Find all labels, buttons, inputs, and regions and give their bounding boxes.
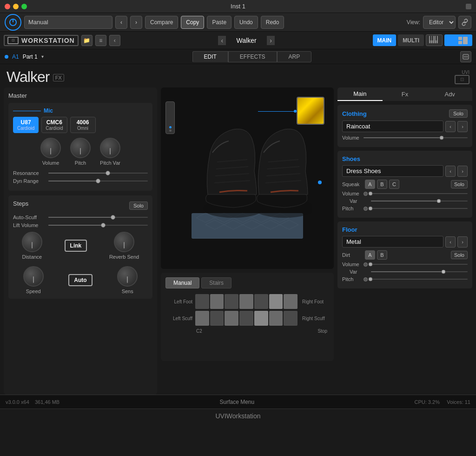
auto-scuff-slider[interactable]	[48, 217, 148, 218]
clothing-solo-button[interactable]: Solo	[449, 109, 468, 118]
view-toggle-button[interactable]	[444, 34, 472, 46]
part-arrow[interactable]: ▾	[41, 54, 44, 59]
squeak-row: Squeak A B C Solo	[342, 180, 468, 189]
piano-key-b4[interactable]	[239, 311, 253, 326]
surface-panel: Manual Stairs Left Foot Righ	[161, 273, 334, 361]
piano-key-4[interactable]	[239, 294, 253, 309]
right-scuff-label: Right Scuff	[300, 316, 329, 321]
shoes-dropdown[interactable]: Dress Shoes Sneakers Boots Heels	[342, 165, 443, 177]
link-button[interactable]: Link	[65, 240, 87, 252]
midi-button[interactable]	[460, 51, 471, 62]
preset-dropdown[interactable]: Manual	[24, 16, 112, 29]
lift-volume-slider[interactable]	[48, 225, 148, 226]
tab-fx-right[interactable]: Fx	[383, 87, 428, 101]
piano-key-b7[interactable]	[284, 311, 298, 326]
power-button[interactable]	[5, 14, 21, 31]
shoes-prev-button[interactable]: ‹	[445, 166, 456, 177]
pitch-var-knob-wrap: Pitch Var	[100, 138, 120, 166]
resonance-slider[interactable]	[48, 173, 148, 174]
steps-solo-button[interactable]: Solo	[129, 201, 148, 210]
volume-knob[interactable]	[40, 138, 61, 158]
piano-key-b5[interactable]	[254, 311, 268, 326]
folder-button[interactable]: 📁	[81, 35, 93, 46]
floor-pitch-slider[interactable]	[370, 279, 468, 280]
paste-button[interactable]: Paste	[207, 16, 231, 29]
tab-multi[interactable]: MULTI	[398, 34, 424, 46]
tab-main-right[interactable]: Main	[337, 87, 383, 101]
sens-knob[interactable]	[117, 266, 138, 287]
squeak-a-button[interactable]: A	[365, 180, 375, 189]
tab-main[interactable]: MAIN	[373, 34, 397, 46]
clothing-next-button[interactable]: ›	[457, 121, 468, 132]
clothing-prev-button[interactable]: ‹	[445, 121, 456, 132]
collapse-button[interactable]: ‹	[109, 35, 120, 46]
maximize-button[interactable]	[21, 4, 27, 9]
dirt-a-button[interactable]: A	[365, 250, 375, 260]
piano-key-2[interactable]	[210, 294, 224, 309]
mic-indicator-dot2	[169, 129, 172, 132]
speed-knob[interactable]	[23, 266, 44, 287]
tab-adv-right[interactable]: Adv	[427, 87, 472, 101]
squeak-c-button[interactable]: C	[389, 180, 399, 189]
shoes-section: Shoes Dress Shoes Sneakers Boots Heels ‹…	[337, 151, 472, 218]
forward-button[interactable]: ›	[130, 16, 142, 29]
shoes-next-button[interactable]: ›	[457, 166, 468, 177]
part-bar: A1 Part 1 ▾ EDIT EFFECTS ARP	[0, 49, 476, 64]
floor-next-button[interactable]: ›	[457, 236, 468, 248]
clothing-dropdown[interactable]: Raincoat Jacket Shirt None	[342, 121, 443, 132]
redo-button[interactable]: Redo	[261, 16, 284, 29]
tab-edit[interactable]: EDIT	[192, 51, 228, 62]
mic-cmc6[interactable]: CMC6 Cardioid	[41, 117, 67, 133]
piano-key-b2[interactable]	[210, 311, 224, 326]
pitch-knob[interactable]	[70, 138, 91, 158]
shoes-dropdown-row: Dress Shoes Sneakers Boots Heels ‹ ›	[342, 165, 468, 177]
dirt-b-button[interactable]: B	[377, 250, 387, 260]
shoe-image-area	[161, 87, 334, 269]
piano-key-b6[interactable]	[269, 311, 283, 326]
mic-u87[interactable]: U87 Cardioid	[13, 117, 39, 133]
squeak-b-button[interactable]: B	[377, 180, 387, 189]
shoes-pitch-slider[interactable]	[370, 208, 468, 209]
clothing-volume-slider[interactable]	[364, 137, 468, 138]
preset-forward-button[interactable]: ›	[267, 36, 275, 45]
shoes-solo-button[interactable]: Solo	[451, 180, 468, 188]
piano-key-5[interactable]	[254, 294, 268, 309]
floor-dropdown-row: Metal Wood Carpet Concrete ‹ ›	[342, 236, 468, 248]
floor-dropdown[interactable]: Metal Wood Carpet Concrete	[342, 236, 443, 248]
surface-tab-manual[interactable]: Manual	[165, 277, 199, 288]
close-button[interactable]	[5, 4, 10, 9]
surface-tab-stairs[interactable]: Stairs	[201, 277, 231, 288]
minimize-button[interactable]	[13, 4, 19, 9]
reverb-send-knob[interactable]	[114, 232, 134, 252]
right-tabs: Main Fx Adv	[337, 87, 472, 101]
piano-key-3[interactable]	[225, 294, 238, 309]
piano-button[interactable]	[426, 34, 443, 46]
dyn-range-slider[interactable]	[48, 181, 148, 181]
auto-button[interactable]: Auto	[68, 274, 92, 286]
tab-effects[interactable]: EFFECTS	[228, 51, 277, 62]
distance-knob[interactable]	[22, 232, 42, 252]
menu-button[interactable]: ≡	[95, 35, 106, 46]
undo-button[interactable]: Undo	[234, 16, 258, 29]
floor-prev-button[interactable]: ‹	[445, 236, 456, 248]
view-select[interactable]: Editor	[423, 16, 456, 29]
piano-key-7[interactable]	[284, 294, 298, 309]
preset-back-button[interactable]: ‹	[218, 36, 226, 45]
compare-button[interactable]: Compare	[145, 16, 178, 29]
floor-solo-button[interactable]: Solo	[451, 251, 468, 259]
piano-key-1[interactable]	[195, 294, 209, 309]
copy-button[interactable]: Copy	[181, 16, 204, 29]
back-button[interactable]: ‹	[115, 16, 127, 29]
floor-volume-slider[interactable]	[370, 264, 468, 265]
tab-arp[interactable]: ARP	[277, 51, 312, 62]
shoes-volume-slider[interactable]	[370, 193, 468, 194]
mic-4006[interactable]: 4006 Omni	[70, 117, 96, 133]
piano-key-6[interactable]	[269, 294, 283, 309]
piano-key-b1[interactable]	[195, 311, 209, 326]
floor-var-slider[interactable]	[371, 271, 468, 272]
main-area: Master Mic U87 Cardioid CMC6 Cardioid 40…	[0, 87, 476, 395]
shoes-var-slider[interactable]	[371, 201, 468, 201]
pitch-var-knob[interactable]	[100, 138, 120, 158]
link-button[interactable]	[458, 16, 471, 29]
piano-key-b3[interactable]	[225, 311, 238, 326]
